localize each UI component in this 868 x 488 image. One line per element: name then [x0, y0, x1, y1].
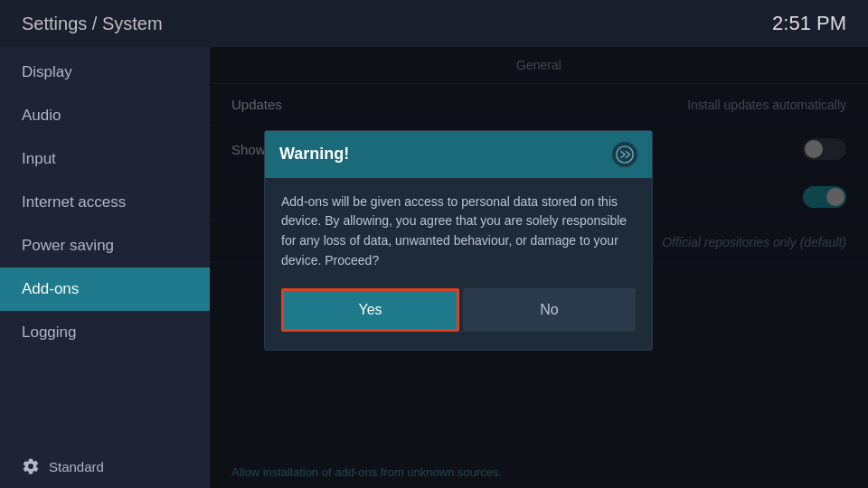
- main-content: General Updates Install updates automati…: [210, 47, 868, 488]
- sidebar-footer: Standard: [0, 445, 210, 488]
- page-title: Settings / System: [22, 14, 163, 34]
- sidebar-item-audio[interactable]: Audio: [0, 94, 210, 137]
- dialog-close-button[interactable]: [612, 142, 637, 167]
- dialog-message: Add-ons will be given access to personal…: [281, 192, 636, 271]
- sidebar-item-add-ons[interactable]: Add-ons: [0, 267, 210, 311]
- dialog-body: Add-ons will be given access to personal…: [265, 178, 652, 351]
- sidebar-item-input[interactable]: Input: [0, 137, 210, 181]
- clock: 2:51 PM: [772, 12, 846, 35]
- standard-label: Standard: [49, 459, 104, 474]
- dialog-header: Warning!: [265, 131, 652, 178]
- dialog-overlay: Warning! Add-ons will be given access to…: [210, 47, 868, 488]
- gear-icon: [22, 457, 40, 475]
- sidebar: Display Audio Input Internet access Powe…: [0, 47, 210, 488]
- dialog-title: Warning!: [279, 145, 349, 164]
- kodi-logo-icon: [615, 145, 635, 164]
- dialog-buttons: Yes No: [281, 288, 636, 332]
- sidebar-item-internet-access[interactable]: Internet access: [0, 181, 210, 224]
- main-layout: Display Audio Input Internet access Powe…: [0, 47, 868, 488]
- sidebar-item-power-saving[interactable]: Power saving: [0, 224, 210, 267]
- sidebar-item-logging[interactable]: Logging: [0, 311, 210, 354]
- yes-button[interactable]: Yes: [281, 288, 459, 332]
- warning-dialog: Warning! Add-ons will be given access to…: [264, 130, 653, 352]
- sidebar-item-display[interactable]: Display: [0, 51, 210, 94]
- app-header: Settings / System 2:51 PM: [0, 0, 868, 47]
- no-button[interactable]: No: [463, 288, 636, 332]
